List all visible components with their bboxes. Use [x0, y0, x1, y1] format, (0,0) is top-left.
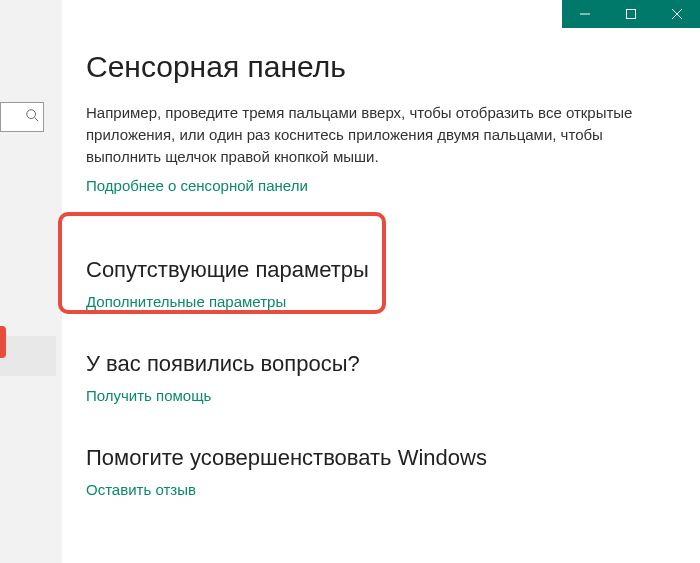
- help-heading: У вас появились вопросы?: [86, 351, 676, 377]
- feedback-link[interactable]: Оставить отзыв: [86, 481, 196, 498]
- maximize-icon: [626, 5, 636, 23]
- learn-more-link[interactable]: Подробнее о сенсорной панели: [86, 177, 308, 194]
- main-content: Сенсорная панель Например, проведите тре…: [62, 0, 700, 563]
- sidebar-active-item[interactable]: [0, 336, 56, 376]
- related-settings-section: Сопутствующие параметры Дополнительные п…: [86, 257, 676, 311]
- search-icon: [25, 108, 39, 126]
- svg-rect-3: [627, 10, 636, 19]
- feedback-heading: Помогите усовершенствовать Windows: [86, 445, 676, 471]
- maximize-button[interactable]: [608, 0, 654, 28]
- feedback-section: Помогите усовершенствовать Windows Остав…: [86, 445, 676, 499]
- additional-settings-link[interactable]: Дополнительные параметры: [86, 293, 286, 310]
- related-heading: Сопутствующие параметры: [86, 257, 676, 283]
- window-titlebar: [562, 0, 700, 28]
- svg-point-0: [27, 110, 36, 119]
- close-icon: [672, 5, 682, 23]
- help-section: У вас появились вопросы? Получить помощь: [86, 351, 676, 405]
- minimize-button[interactable]: [562, 0, 608, 28]
- get-help-link[interactable]: Получить помощь: [86, 387, 211, 404]
- svg-line-1: [35, 118, 39, 122]
- page-title: Сенсорная панель: [86, 50, 676, 84]
- sidebar: [0, 0, 62, 563]
- sidebar-marker: [0, 326, 6, 358]
- search-input[interactable]: [0, 102, 44, 132]
- page-description: Например, проведите тремя пальцами вверх…: [86, 102, 646, 167]
- close-button[interactable]: [654, 0, 700, 28]
- minimize-icon: [580, 5, 590, 23]
